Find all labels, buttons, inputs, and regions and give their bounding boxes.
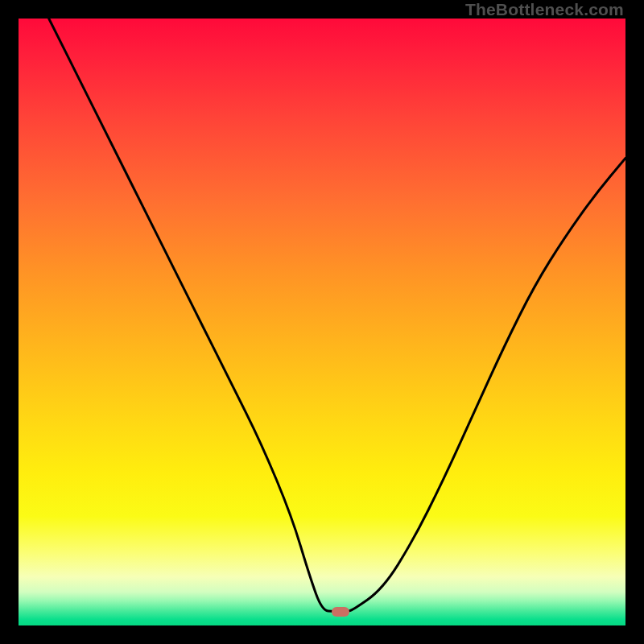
watermark-text: TheBottleneck.com — [465, 0, 624, 19]
bottleneck-curve-line — [49, 19, 625, 612]
bottleneck-curve-svg — [19, 19, 625, 625]
optimal-point-marker — [332, 607, 349, 617]
plot-area — [19, 19, 625, 625]
chart-frame: TheBottleneck.com — [0, 0, 644, 644]
